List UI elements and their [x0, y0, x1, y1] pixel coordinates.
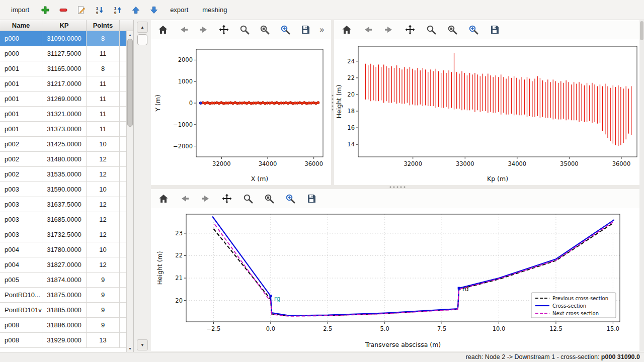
panel-scrollbar[interactable]: ▲ ▼ [135, 20, 150, 352]
cross-section-chart[interactable]: −2.50.02.55.07.510.012.515.020212223Tran… [151, 208, 644, 351]
table-row[interactable]: PontRD10...31875.00009 [0, 288, 133, 303]
profile-zoom-rect-button[interactable] [446, 23, 459, 36]
legend-label: Cross-section [552, 303, 586, 309]
y-tick-label: 2000 [178, 56, 193, 63]
cell-kp: 31090.0000 [42, 31, 87, 46]
plots-scrollbar[interactable] [639, 20, 644, 351]
table-scroll-up-icon[interactable]: ▲ [127, 32, 133, 38]
table-row[interactable]: p00231480.000012 [0, 152, 133, 167]
move-up-button[interactable] [130, 4, 142, 16]
move-down-button[interactable] [148, 4, 160, 16]
cell-points: 9 [87, 303, 120, 317]
panel-scrollbar-thumb[interactable] [137, 34, 147, 45]
table-row[interactable]: p00331732.500012 [0, 227, 133, 242]
plan-back-button[interactable] [177, 23, 189, 36]
plan-toolbar-overflow[interactable]: » [319, 26, 325, 34]
table-row[interactable]: p00131373.000011 [0, 122, 133, 137]
import-button[interactable]: import [7, 4, 33, 16]
scroll-down-button[interactable]: ▼ [137, 339, 148, 350]
table-row[interactable]: p00531874.00009 [0, 273, 133, 288]
horizontal-splitter[interactable] [151, 185, 644, 189]
sort-desc-icon: 19 [113, 6, 122, 15]
cross-section-pan-button[interactable] [220, 192, 233, 205]
legend-label: Next cross-section [552, 311, 599, 316]
table-row[interactable]: PontRD101v31885.00009 [0, 303, 133, 318]
cell-kp: 31637.5000 [42, 197, 87, 212]
profile-forward-button[interactable] [382, 23, 395, 36]
table-body: p00031090.00008p00031127.500011p00131165… [0, 31, 133, 348]
table-row[interactable]: p00131217.000011 [0, 76, 133, 92]
cross-section-save-button[interactable] [305, 192, 318, 205]
table-row[interactable]: p00331637.500012 [0, 197, 133, 212]
table-scrollbar-thumb[interactable] [127, 39, 133, 127]
table-row[interactable]: p00431780.000010 [0, 242, 133, 257]
profile-zoom-button[interactable] [425, 23, 438, 36]
cell-points: 10 [87, 182, 120, 197]
plan-forward-button[interactable] [198, 23, 210, 36]
plan-zoom-rect-button[interactable] [259, 23, 271, 36]
table-row[interactable]: p00131165.00008 [0, 61, 133, 76]
cross-section-back-button[interactable] [178, 192, 191, 205]
longitudinal-profile-chart[interactable]: 3200033000340003500036000141618202224Kp … [334, 39, 644, 185]
profile-pan-button[interactable] [404, 23, 417, 36]
column-header-points[interactable]: Points [87, 20, 120, 31]
table-row[interactable]: p00331685.000012 [0, 212, 133, 227]
x-tick-label: 36000 [612, 160, 631, 167]
table-row[interactable]: p00031090.00008 [0, 31, 133, 46]
cell-points: 12 [87, 227, 120, 242]
column-header-kp[interactable]: KP [42, 20, 87, 31]
table-scroll-down-icon[interactable]: ▼ [127, 345, 133, 351]
cross-section-home-button[interactable] [157, 192, 170, 205]
remove-cross-section-button[interactable] [57, 4, 69, 16]
table-row[interactable]: p00231535.000012 [0, 167, 133, 182]
cell-points: 13 [87, 333, 120, 347]
meshing-button[interactable]: meshing [198, 4, 231, 16]
x-tick-label: 36000 [304, 160, 323, 167]
cell-name: p002 [0, 137, 42, 151]
cell-kp: 31217.0000 [42, 76, 87, 91]
plan-zoom-plus-button[interactable] [279, 23, 291, 36]
column-header-name[interactable]: Name [0, 20, 42, 31]
status-bar: reach: Node 2 -> Downstream 1 - cross-se… [0, 352, 644, 362]
edit-cross-section-button[interactable] [75, 4, 88, 16]
cell-name: p004 [0, 242, 42, 257]
plan-zoom-button[interactable] [238, 23, 251, 36]
table-row[interactable]: p00131321.000011 [0, 107, 133, 122]
plan-home-button[interactable] [157, 23, 169, 36]
plots-scrollbar-thumb[interactable] [640, 21, 643, 40]
plan-view-chart[interactable]: 320003400036000−2000−1000010002000X (m)Y… [151, 39, 331, 185]
cross-section-forward-button[interactable] [199, 192, 212, 205]
table-scrollbar[interactable]: ▲ ▼ [126, 31, 133, 352]
sort-ascending-button[interactable]: 19 [94, 4, 106, 16]
profile-back-button[interactable] [361, 23, 374, 36]
cross-section-zoom-button[interactable] [242, 192, 255, 205]
plan-pan-button[interactable] [218, 23, 230, 36]
y-tick-label: 22 [175, 252, 183, 259]
export-button[interactable]: export [166, 4, 192, 16]
table-row[interactable]: p00131269.000011 [0, 92, 133, 107]
table-row[interactable]: p00231425.000010 [0, 137, 133, 152]
cross-section-zoom-rect-button[interactable] [263, 192, 276, 205]
series-selected-cross-section [199, 102, 202, 104]
sort-descending-button[interactable]: 19 [112, 4, 124, 16]
table-row[interactable]: p00831929.000013 [0, 333, 133, 348]
profile-home-button[interactable] [340, 23, 353, 36]
y-tick-label: 23 [175, 230, 183, 237]
table-row[interactable]: p00031127.500011 [0, 46, 133, 61]
scroll-up-button[interactable]: ▲ [137, 22, 148, 33]
table-row[interactable]: p00431827.000012 [0, 257, 133, 273]
profile-save-button[interactable] [488, 23, 501, 36]
table-row[interactable]: p00831886.00009 [0, 318, 133, 333]
cell-kp: 31780.0000 [42, 242, 87, 257]
add-cross-section-button[interactable] [39, 4, 51, 16]
cell-name: p008 [0, 333, 42, 347]
plan-save-button[interactable] [299, 23, 311, 36]
cross-section-zoom-plus-button[interactable] [284, 192, 297, 205]
cell-points: 11 [87, 92, 120, 106]
x-axis-label: Kp (m) [487, 175, 508, 183]
cell-points: 12 [87, 197, 120, 212]
cell-name: p000 [0, 46, 42, 61]
forward-icon [198, 24, 209, 35]
table-row[interactable]: p00331590.000010 [0, 182, 133, 197]
profile-zoom-plus-button[interactable] [467, 23, 480, 36]
